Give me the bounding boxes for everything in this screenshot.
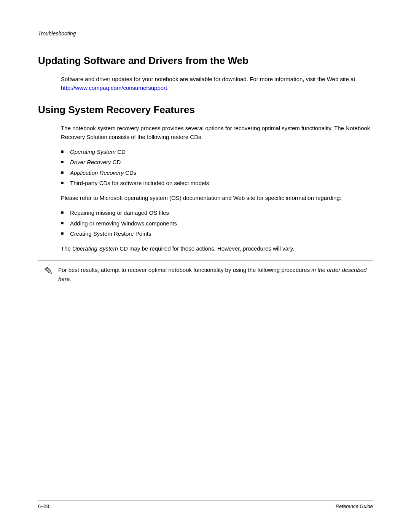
footer: 6–28 Reference Guide	[38, 500, 373, 509]
bullet1-italic: Operating System	[70, 149, 116, 155]
list-item-repair: Repairing missing or damaged OS files	[61, 208, 373, 217]
section2-para3: The Operating System CD may be required …	[61, 244, 373, 253]
list-item-adding: Adding or removing Windows components	[61, 219, 373, 228]
section-recovery: Using System Recovery Features The noteb…	[38, 104, 373, 288]
bullet2-italic: Driver Recovery	[70, 159, 111, 165]
note-text: For best results, attempt to recover opt…	[58, 265, 367, 283]
bullet3-italic: Application Recovery	[70, 169, 124, 176]
page: Troubleshooting Updating Software and Dr…	[0, 0, 411, 532]
bullet-list-cds: Operating System CD Driver Recovery CD A…	[61, 147, 373, 187]
note-icon: ✎	[44, 265, 53, 277]
para3-prefix: The	[61, 245, 72, 252]
para3-suffix: CD may be required for these actions. Ho…	[118, 245, 294, 252]
bullet-list-os: Repairing missing or damaged OS files Ad…	[61, 208, 373, 238]
list-item: Operating System CD	[61, 147, 373, 156]
section2-title: Using System Recovery Features	[38, 104, 373, 116]
list-item: Third-party CDs for software included on…	[61, 179, 373, 187]
note-text-prefix: For best results, attempt to recover opt…	[58, 267, 311, 273]
header-section-title: Troubleshooting	[38, 30, 76, 37]
section1-body-text: Software and driver updates for your not…	[61, 76, 355, 82]
section2-intro: The notebook system recovery process pro…	[61, 124, 373, 142]
footer-guide-title: Reference Guide	[336, 503, 373, 509]
section2-para2: Please refer to Microsoft operating syst…	[61, 193, 373, 202]
section-updating-software: Updating Software and Drivers from the W…	[38, 51, 373, 92]
list-item: Application Recovery CDs	[61, 168, 373, 177]
para3-italic: Operating System	[72, 245, 118, 252]
list-item: Driver Recovery CD	[61, 158, 373, 166]
section1-link[interactable]: http://www.compaq.com/consumersupport.	[61, 85, 169, 91]
footer-page-number: 6–28	[38, 503, 49, 509]
header-bar: Troubleshooting	[38, 30, 373, 39]
list-item-restore: Creating System Restore Points	[61, 229, 373, 238]
note-box: ✎ For best results, attempt to recover o…	[38, 260, 373, 288]
section1-body: Software and driver updates for your not…	[61, 75, 373, 93]
section1-title: Updating Software and Drivers from the W…	[38, 54, 373, 67]
